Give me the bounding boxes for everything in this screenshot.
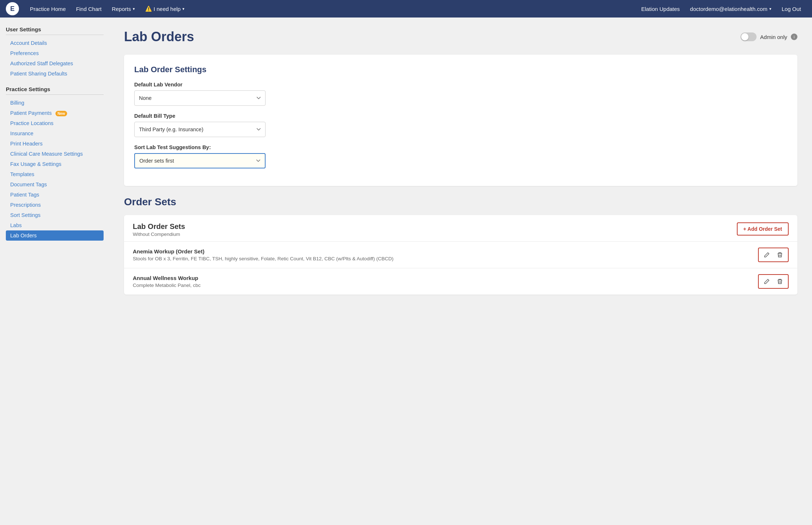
order-sets-card: Lab Order Sets Without Compendium + Add …	[124, 215, 797, 295]
order-sets-heading: Order Sets	[124, 196, 797, 208]
order-set-row: Anemia Workup (Order Set) Stools for OB …	[124, 242, 797, 268]
sidebar: User Settings Account Details Preference…	[0, 18, 109, 525]
nav-practice-home[interactable]: Practice Home	[25, 0, 71, 18]
default-lab-vendor-group: Default Lab Vendor None Quest Diagnostic…	[134, 82, 787, 106]
sidebar-item-labs[interactable]: Labs	[6, 220, 104, 230]
order-set-row: Annual Wellness Workup Complete Metaboli…	[124, 268, 797, 295]
nav-i-need-help[interactable]: ⚠️ I need help ▾	[140, 0, 190, 18]
sidebar-item-templates[interactable]: Templates	[6, 169, 104, 179]
sidebar-item-sort-settings[interactable]: Sort Settings	[6, 210, 104, 220]
practice-settings-heading: Practice Settings	[6, 86, 104, 95]
new-badge: New	[55, 111, 67, 116]
order-sets-header-left: Lab Order Sets Without Compendium	[133, 222, 185, 237]
order-set-description: Stools for OB x 3, Ferritin, FE TIBC, TS…	[133, 256, 752, 261]
nav-find-chart[interactable]: Find Chart	[71, 0, 107, 18]
account-dropdown-icon: ▾	[769, 7, 772, 11]
default-bill-type-label: Default Bill Type	[134, 113, 787, 119]
order-set-description: Complete Metabolic Panel, cbc	[133, 283, 752, 288]
sidebar-item-practice-locations[interactable]: Practice Locations	[6, 118, 104, 128]
warning-icon: ⚠️	[145, 5, 152, 12]
order-set-name: Anemia Workup (Order Set)	[133, 248, 752, 254]
help-dropdown-icon: ▾	[182, 7, 185, 11]
sidebar-item-preferences[interactable]: Preferences	[6, 48, 104, 58]
sort-suggestions-label: Sort Lab Test Suggestions By:	[134, 144, 787, 150]
default-bill-type-select[interactable]: Third Party (e.g. Insurance) Patient Cli…	[134, 122, 266, 137]
admin-only-info-icon[interactable]: i	[791, 34, 797, 40]
edit-order-set-icon[interactable]	[762, 277, 771, 286]
user-settings-heading: User Settings	[6, 26, 104, 35]
nav-user-account[interactable]: doctordemo@elationhealth.com ▾	[685, 0, 777, 18]
delete-order-set-icon[interactable]	[776, 250, 784, 259]
admin-only-toggle[interactable]	[741, 32, 757, 41]
lab-order-settings-title: Lab Order Settings	[134, 65, 787, 74]
order-set-actions	[758, 248, 789, 262]
admin-only-label: Admin only	[760, 34, 787, 40]
default-lab-vendor-label: Default Lab Vendor	[134, 82, 787, 88]
reports-dropdown-icon: ▾	[133, 7, 135, 11]
main-content: Lab Orders Admin only i Lab Order Settin…	[109, 18, 812, 525]
sidebar-item-print-headers[interactable]: Print Headers	[6, 139, 104, 149]
lab-order-settings-card: Lab Order Settings Default Lab Vendor No…	[124, 55, 797, 186]
nav-elation-updates[interactable]: Elation Updates	[636, 0, 685, 18]
sidebar-item-prescriptions[interactable]: Prescriptions	[6, 200, 104, 210]
order-set-info: Anemia Workup (Order Set) Stools for OB …	[133, 248, 752, 261]
top-navigation: E Practice Home Find Chart Reports ▾ ⚠️ …	[0, 0, 812, 18]
delete-order-set-icon[interactable]	[776, 277, 784, 286]
order-set-actions	[758, 274, 789, 289]
sidebar-item-billing[interactable]: Billing	[6, 98, 104, 108]
admin-only-row: Admin only i	[741, 32, 797, 41]
sidebar-item-authorized-staff-delegates[interactable]: Authorized Staff Delegates	[6, 58, 104, 69]
sidebar-item-account-details[interactable]: Account Details	[6, 38, 104, 48]
sidebar-item-fax-usage[interactable]: Fax Usage & Settings	[6, 159, 104, 169]
nav-logout[interactable]: Log Out	[777, 0, 806, 18]
order-sets-header: Lab Order Sets Without Compendium + Add …	[124, 215, 797, 242]
order-set-name: Annual Wellness Workup	[133, 275, 752, 281]
sidebar-item-patient-sharing-defaults[interactable]: Patient Sharing Defaults	[6, 69, 104, 79]
add-order-set-button[interactable]: + Add Order Set	[737, 222, 789, 236]
sidebar-item-document-tags[interactable]: Document Tags	[6, 179, 104, 190]
sort-suggestions-select[interactable]: Order sets first Alphabetical Most used	[134, 153, 266, 168]
sidebar-item-clinical-care-measure[interactable]: Clinical Care Measure Settings	[6, 149, 104, 159]
sidebar-item-lab-orders[interactable]: Lab Orders	[6, 230, 104, 241]
order-sets-subtitle: Without Compendium	[133, 232, 185, 237]
topnav-right: Elation Updates doctordemo@elationhealth…	[636, 0, 806, 18]
default-lab-vendor-select[interactable]: None Quest Diagnostics LabCorp Other	[134, 90, 266, 106]
sidebar-item-insurance[interactable]: Insurance	[6, 128, 104, 139]
order-set-info: Annual Wellness Workup Complete Metaboli…	[133, 275, 752, 288]
default-bill-type-group: Default Bill Type Third Party (e.g. Insu…	[134, 113, 787, 137]
page-title: Lab Orders	[124, 29, 194, 44]
sidebar-item-patient-tags[interactable]: Patient Tags	[6, 190, 104, 200]
nav-reports[interactable]: Reports ▾	[107, 0, 140, 18]
toggle-knob	[741, 33, 749, 40]
edit-order-set-icon[interactable]	[762, 250, 771, 259]
app-logo[interactable]: E	[6, 2, 19, 15]
page-header: Lab Orders Admin only i	[124, 29, 797, 44]
order-sets-card-title: Lab Order Sets	[133, 222, 185, 231]
sort-suggestions-group: Sort Lab Test Suggestions By: Order sets…	[134, 144, 787, 168]
logo-letter: E	[10, 5, 15, 13]
sidebar-item-patient-payments[interactable]: Patient Payments New	[6, 108, 104, 118]
main-container: User Settings Account Details Preference…	[0, 18, 812, 525]
